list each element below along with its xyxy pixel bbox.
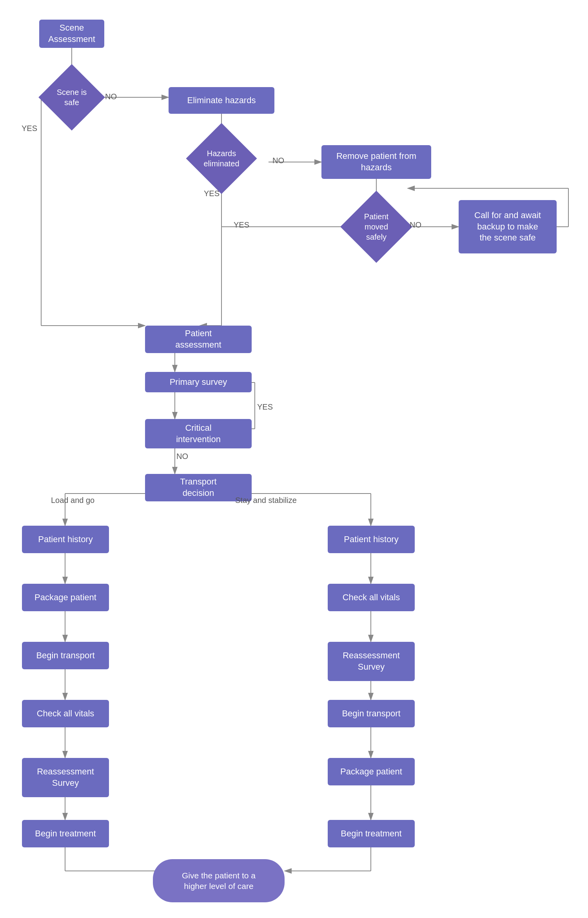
eliminate-hazards-box: Eliminate hazards [169,87,274,114]
left-patient-history-box: Patient history [22,526,109,553]
right-check-vitals-box: Check all vitals [328,584,415,611]
flowchart: Scene Assessment Scene is safe NO YES El… [0,0,588,918]
yes-label-patient-moved: YES [234,220,249,230]
scene-is-safe-diamond: Scene is safe [38,64,105,131]
primary-survey-box: Primary survey [145,372,252,392]
left-check-vitals-box: Check all vitals [22,700,109,727]
right-begin-transport-box: Begin transport [328,700,415,727]
left-begin-transport-box: Begin transport [22,642,109,669]
left-package-patient-box: Package patient [22,584,109,611]
left-begin-treatment-box: Begin treatment [22,820,109,847]
no-label-critical: NO [176,452,188,461]
no-label-patient-moved: NO [410,220,421,230]
patient-assessment-box: Patientassessment [145,326,252,353]
scene-is-safe-label: Scene is safe [48,83,95,111]
hazards-eliminated-wrapper: Hazards eliminated [173,133,270,184]
no-label-scene-safe: NO [105,92,117,101]
right-patient-history-box: Patient history [328,526,415,553]
remove-patient-box: Remove patient from hazards [321,145,431,179]
left-reassessment-box: ReassessmentSurvey [22,758,109,797]
hazards-eliminated-diamond: Hazards eliminated [186,123,257,194]
patient-moved-label: Patient moved safely [351,208,402,246]
right-begin-treatment-box: Begin treatment [328,820,415,847]
yes-label-critical: YES [257,403,273,412]
hazards-eliminated-label: Hazards eliminated [196,144,247,173]
stay-stabilize-label: Stay and stabilize [235,496,297,505]
call-backup-box: Call for and awaitbackup to makethe scen… [459,200,557,253]
load-and-go-label: Load and go [51,496,94,505]
patient-moved-diamond: Patient moved safely [340,191,412,263]
no-label-hazards: NO [272,156,284,165]
yes-label-scene-safe: YES [22,124,37,133]
scene-assessment-box: Scene Assessment [39,20,104,48]
right-reassessment-box: ReassessmentSurvey [328,642,415,681]
right-package-patient-box: Package patient [328,758,415,785]
patient-moved-wrapper: Patient moved safely [329,196,423,257]
yes-label-hazards: YES [204,189,220,198]
critical-intervention-box: Criticalintervention [145,419,252,448]
give-patient-stadium: Give the patient to ahigher level of car… [153,859,285,902]
